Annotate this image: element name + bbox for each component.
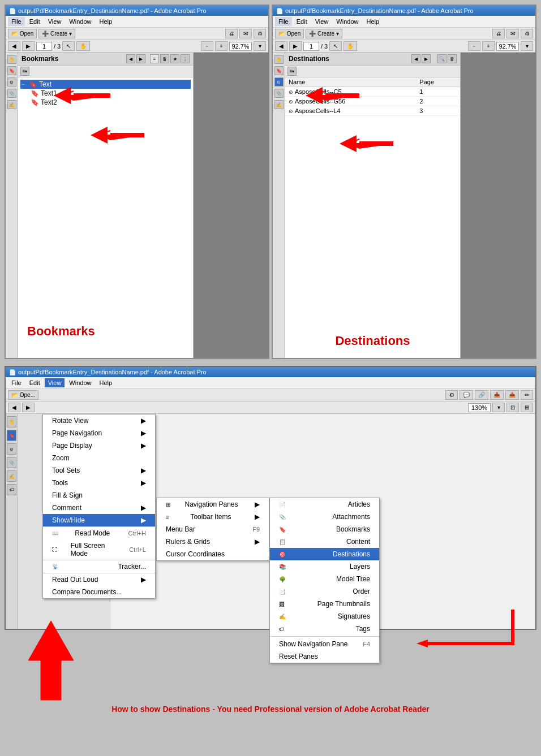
ctx-content[interactable]: 📋 Content [270, 535, 379, 548]
sidebar-icon-circle[interactable]: ⊙ [7, 77, 16, 87]
ctx-show-nav-pane[interactable]: Show Navigation Pane F4 [270, 638, 379, 650]
bookmark-text1-item[interactable]: 🔖 Text1 [29, 89, 191, 98]
ctx-tracker[interactable]: 📡 Tracker... [43, 560, 155, 573]
ctx-tool-sets[interactable]: Tool Sets ▶ [43, 464, 155, 477]
ctx-show-hide[interactable]: Show/Hide ▶ [43, 514, 155, 526]
menu-help[interactable]: Help [96, 17, 115, 26]
zoom-in-button[interactable]: + [215, 41, 227, 51]
ctx-comment[interactable]: Comment ▶ [43, 502, 155, 514]
ctx-destinations[interactable]: 🎯 Destinations [270, 548, 379, 560]
dest-menu-edit[interactable]: Edit [293, 17, 311, 26]
dest-zoom-in[interactable]: + [482, 41, 495, 51]
ctx-layers[interactable]: 📚 Layers [270, 560, 379, 573]
bottom-icon-tag[interactable]: 🏷 [7, 484, 16, 495]
zoom-input[interactable] [229, 42, 252, 51]
dest-next-page[interactable]: ▶ [289, 41, 302, 51]
ctx-tags[interactable]: 🏷 Tags [270, 623, 379, 635]
ctx-menu-bar[interactable]: Menu Bar F9 [157, 523, 269, 535]
ctx-model-tree[interactable]: 🌳 Model Tree [270, 573, 379, 585]
ctx-zoom[interactable]: Zoom [43, 452, 155, 464]
dest-create-button[interactable]: ➕ Create ▾ [306, 29, 342, 38]
dest-zoom-dropdown[interactable]: ▾ [521, 41, 533, 51]
dest-sidebar-bookmark[interactable]: 🔖 [274, 66, 284, 75]
ctx-page-display[interactable]: Page Display ▶ [43, 439, 155, 452]
sidebar-icon-bookmark[interactable]: 🔖 [7, 66, 16, 75]
bottom-icon-sig[interactable]: ✍ [7, 470, 16, 482]
bottom-zoom-input[interactable] [468, 403, 491, 412]
dest-settings-button[interactable]: ⚙ [521, 29, 533, 38]
bottom-toolbar-btn6[interactable]: ✏ [521, 390, 533, 400]
dest-hand-tool[interactable]: ✋ [344, 41, 357, 51]
ctx-rotate-view[interactable]: Rotate View ▶ [43, 414, 155, 427]
bottom-icon-bookmark[interactable]: 🔖 [7, 430, 16, 441]
dest-delete-btn[interactable]: 🗑 [448, 54, 457, 63]
more-panel-button[interactable]: ⋮ [181, 54, 190, 63]
dest-menu-view[interactable]: View [312, 17, 332, 26]
prev-page-button[interactable]: ◀ [8, 41, 20, 51]
dest-row-1[interactable]: ⊙AsposeCells--C5 1 [285, 87, 460, 97]
sidebar-icon-hand[interactable]: ✋ [7, 55, 16, 64]
expand-icon[interactable]: − [22, 81, 27, 87]
sidebar-icon-clip[interactable]: 📎 [7, 89, 16, 98]
bottom-toolbar-btn1[interactable]: ⚙ [445, 390, 458, 400]
bottom-fit-width[interactable]: ⊡ [506, 403, 519, 412]
options-btn[interactable]: ≡▾ [20, 67, 29, 76]
dest-options-btn[interactable]: ≡▾ [287, 67, 297, 76]
bottom-open-btn[interactable]: 📂 Ope... [8, 390, 38, 400]
ctx-attachments[interactable]: 📎 Attachments [270, 511, 379, 523]
print-button[interactable]: 🖨 [225, 29, 238, 38]
dest-menu-window[interactable]: Window [333, 17, 362, 26]
next-page-button[interactable]: ▶ [22, 41, 35, 51]
bottom-menu-view[interactable]: View [45, 378, 65, 387]
bottom-toolbar-btn2[interactable]: 💬 [460, 390, 473, 400]
close-panel-button[interactable]: ≡ [150, 54, 159, 63]
ctx-fullscreen[interactable]: ⛶ Full Screen Mode Ctrl+L [43, 539, 155, 560]
dest-collapse-btn[interactable]: ◀ [411, 54, 420, 63]
dest-scan-icon[interactable]: 🔍 [437, 54, 446, 63]
ctx-articles[interactable]: 📄 Articles [270, 498, 379, 511]
collapse-panel-button[interactable]: ◀ [126, 54, 135, 63]
dest-row-2[interactable]: ⊙AsposeCells--G56 2 [285, 97, 460, 106]
dest-sidebar-clip[interactable]: 📎 [274, 89, 284, 98]
email-button[interactable]: ✉ [239, 29, 252, 38]
ctx-cursor-coords[interactable]: Cursor Coordinates [157, 548, 269, 560]
dest-page-input[interactable] [303, 42, 319, 51]
hand-tool[interactable]: ✋ [76, 41, 90, 51]
ctx-rulers-grids[interactable]: Rulers & Grids ▶ [157, 535, 269, 548]
ctx-tools[interactable]: Tools ▶ [43, 477, 155, 489]
delete-panel-button[interactable]: 🗑 [160, 54, 169, 63]
dest-zoom-input[interactable] [496, 42, 519, 51]
bottom-icon-hand[interactable]: ✋ [7, 416, 16, 427]
bottom-menu-edit[interactable]: Edit [26, 378, 44, 387]
dest-sidebar-sig[interactable]: ✍ [274, 100, 284, 109]
bottom-next[interactable]: ▶ [22, 403, 35, 412]
dest-email-button[interactable]: ✉ [506, 29, 519, 38]
open-button[interactable]: 📂 Open [8, 29, 37, 38]
dest-print-button[interactable]: 🖨 [492, 29, 505, 38]
bottom-menu-help[interactable]: Help [96, 378, 115, 387]
page-input[interactable] [36, 42, 52, 51]
bottom-toolbar-btn5[interactable]: 📤 [505, 390, 519, 400]
ctx-toolbar-items[interactable]: ≡ Toolbar Items ▶ [157, 511, 269, 523]
bottom-icon-circle[interactable]: ⊙ [7, 443, 16, 455]
ctx-order[interactable]: 📑 Order [270, 585, 379, 598]
dest-sidebar-hand[interactable]: ✋ [274, 55, 284, 64]
dest-row-3[interactable]: ⊙AsposeCells--L4 3 [285, 106, 460, 116]
dest-prev-page[interactable]: ◀ [275, 41, 287, 51]
bottom-fit-page[interactable]: ⊞ [521, 403, 533, 412]
bottom-toolbar-btn3[interactable]: 🔗 [475, 390, 488, 400]
bottom-zoom-dropdown[interactable]: ▾ [492, 403, 505, 412]
dest-zoom-out[interactable]: − [468, 41, 480, 51]
bottom-icon-clip[interactable]: 📎 [7, 457, 16, 468]
dest-expand-btn[interactable]: ▶ [422, 54, 431, 63]
zoom-out-button[interactable]: − [201, 41, 213, 51]
settings-button[interactable]: ⚙ [254, 29, 266, 38]
options-panel-button[interactable]: ★ [170, 54, 179, 63]
ctx-read-loud[interactable]: Read Out Loud ▶ [43, 573, 155, 586]
dest-sidebar-circle[interactable]: ⊙ [274, 77, 284, 87]
bottom-toolbar-btn4[interactable]: 📥 [490, 390, 504, 400]
ctx-page-thumbnails[interactable]: 🖼 Page Thumbnails [270, 598, 379, 610]
bottom-prev[interactable]: ◀ [8, 403, 20, 412]
dest-select-tool[interactable]: ↖ [329, 41, 342, 51]
create-button[interactable]: ➕ Create ▾ [38, 29, 75, 38]
